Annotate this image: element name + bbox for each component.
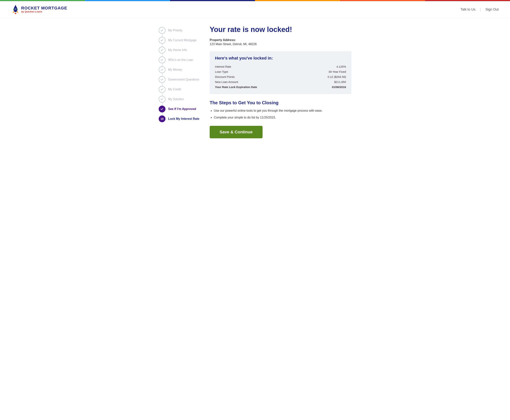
table-row: New Loan Amount$211,650 (215, 79, 346, 84)
check-icon-my-priority (159, 27, 165, 34)
sidebar-label-my-money: My Money (168, 68, 182, 71)
sidebar-item-whos-on-the-loan[interactable]: Who's on the Loan (159, 55, 200, 65)
sidebar-item-my-priority[interactable]: My Priority (159, 25, 200, 35)
property-address: 123 Main Street, Detroit, MI, 48226 (210, 43, 351, 46)
steps-title: The Steps to Get You to Closing (210, 100, 351, 105)
sidebar-label-lock-my-interest-rate: Lock My Interest Rate (168, 117, 199, 120)
header-nav: Talk to Us | Sign Out (460, 7, 499, 12)
sidebar-item-my-solution[interactable]: My Solution (159, 94, 200, 104)
check-icon-whos-on-the-loan (159, 56, 165, 63)
check-icon-my-solution (159, 96, 165, 103)
check-icon-my-credit (159, 86, 165, 93)
sidebar-item-lock-my-interest-rate[interactable]: 10 Lock My Interest Rate (159, 114, 200, 122)
sign-out-link[interactable]: Sign Out (485, 8, 499, 12)
sidebar: My Priority My Current Mortgage My Home … (159, 25, 200, 138)
table-row: Interest Rate4.125% (215, 64, 346, 69)
table-row: Discount Points0.12 ($264.56) (215, 74, 346, 79)
check-icon-my-current-mortgage (159, 37, 165, 44)
list-item: Complete your simple to do list by 11/25… (214, 115, 351, 120)
nav-divider: | (480, 7, 481, 12)
sidebar-label-my-credit: My Credit (168, 88, 181, 91)
steps-list: Use our powerful online tools to get you… (214, 108, 351, 120)
sidebar-item-my-money[interactable]: My Money (159, 65, 200, 75)
sidebar-item-my-current-mortgage[interactable]: My Current Mortgage (159, 35, 200, 45)
list-item: Use our powerful online tools to get you… (214, 108, 351, 113)
sidebar-label-my-home-info: My Home Info (168, 48, 187, 52)
table-row: Your Rate Lock Expiration Date01/06/2016 (215, 84, 346, 90)
logo: ROCKET MORTGAGE by Quicken Loans (11, 5, 67, 14)
check-icon-my-home-info (159, 47, 165, 53)
check-icon-see-if-approved (159, 106, 165, 112)
svg-marker-5 (15, 13, 17, 14)
check-icon-government-questions (159, 76, 165, 83)
svg-marker-4 (14, 13, 15, 14)
sidebar-label-my-solution: My Solution (168, 98, 184, 101)
sidebar-item-my-credit[interactable]: My Credit (159, 84, 200, 94)
logo-main-text: ROCKET MORTGAGE (21, 6, 67, 10)
property-label: Property Address: (210, 38, 351, 42)
locked-box: Here's what you've locked in: Interest R… (210, 51, 351, 94)
check-icon-my-money (159, 66, 165, 73)
sidebar-label-my-priority: My Priority (168, 29, 183, 32)
talk-to-us-link[interactable]: Talk to Us (460, 8, 475, 12)
locked-table: Interest Rate4.125%Loan Type30-Year Fixe… (215, 64, 346, 90)
sidebar-item-see-if-approved[interactable]: See If I'm Approved (159, 104, 200, 114)
sidebar-label-government-questions: Government Questions (168, 78, 199, 81)
svg-marker-2 (13, 11, 14, 13)
logo-sub-text: by Quicken Loans (21, 10, 67, 13)
sidebar-item-my-home-info[interactable]: My Home Info (159, 45, 200, 55)
save-continue-button[interactable]: Save & Continue (210, 126, 263, 138)
sidebar-item-government-questions[interactable]: Government Questions (159, 75, 200, 84)
table-row: Loan Type30-Year Fixed (215, 69, 346, 74)
sidebar-label-whos-on-the-loan: Who's on the Loan (168, 58, 193, 62)
locked-box-title: Here's what you've locked in: (215, 56, 346, 61)
header: ROCKET MORTGAGE by Quicken Loans Talk to… (0, 1, 510, 18)
sidebar-label-see-if-approved: See If I'm Approved (168, 107, 196, 111)
svg-point-6 (15, 8, 16, 10)
rocket-logo-icon (11, 5, 20, 14)
page-title: Your rate is now locked! (210, 25, 351, 34)
rainbow-bar (0, 0, 510, 1)
svg-marker-3 (17, 11, 19, 13)
main-content: Your rate is now locked! Property Addres… (210, 25, 351, 138)
main-layout: My Priority My Current Mortgage My Home … (151, 25, 359, 138)
sidebar-label-my-current-mortgage: My Current Mortgage (168, 38, 197, 42)
step-number-icon-lock-rate: 10 (159, 115, 165, 122)
